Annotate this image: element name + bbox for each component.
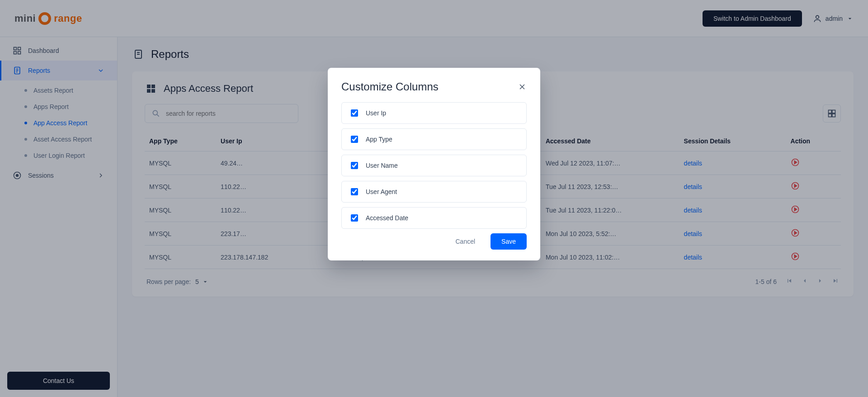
modal-title: Customize Columns xyxy=(341,80,518,93)
cancel-button[interactable]: Cancel xyxy=(447,233,483,250)
column-option[interactable]: User Ip xyxy=(341,102,527,124)
close-icon xyxy=(518,82,527,91)
column-option[interactable]: User Agent xyxy=(341,181,527,203)
column-option-checkbox[interactable] xyxy=(351,214,358,222)
customize-columns-modal: Customize Columns User IpApp TypeUser Na… xyxy=(328,68,540,260)
column-option-checkbox[interactable] xyxy=(351,162,358,169)
column-option-label: User Agent xyxy=(366,188,397,195)
column-option-label: User Name xyxy=(366,162,398,169)
column-option-checkbox[interactable] xyxy=(351,188,358,195)
column-option[interactable]: User Name xyxy=(341,155,527,176)
column-option[interactable]: App Type xyxy=(341,128,527,150)
column-option[interactable]: Accessed Date xyxy=(341,207,527,229)
modal-footer: Cancel Save xyxy=(341,233,527,250)
modal-header: Customize Columns xyxy=(341,80,527,93)
modal-close-button[interactable] xyxy=(518,82,527,91)
column-option-checkbox[interactable] xyxy=(351,136,358,143)
modal-options: User IpApp TypeUser NameUser AgentAccess… xyxy=(341,102,527,229)
column-option-checkbox[interactable] xyxy=(351,109,358,117)
column-option-label: Accessed Date xyxy=(366,214,408,222)
modal-backdrop[interactable]: Customize Columns User IpApp TypeUser Na… xyxy=(0,0,868,397)
save-button[interactable]: Save xyxy=(491,233,527,250)
column-option-label: User Ip xyxy=(366,109,386,117)
column-option-label: App Type xyxy=(366,136,392,143)
